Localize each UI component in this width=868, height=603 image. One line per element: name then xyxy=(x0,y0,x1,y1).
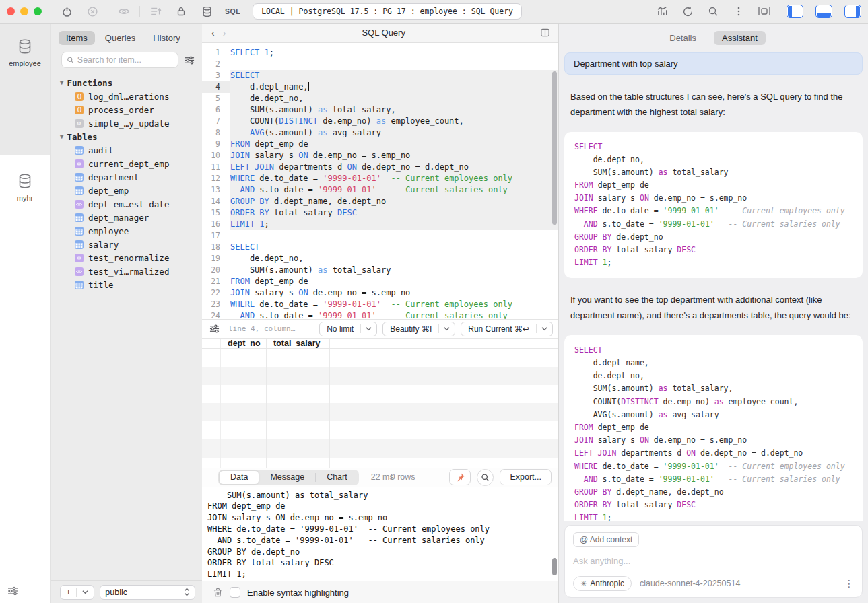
editor-line[interactable]: 7 COUNT(DISTINCT de.emp_no) as employee_… xyxy=(202,116,558,127)
column-header-total-salary[interactable]: total_salary xyxy=(267,339,330,348)
table-row[interactable] xyxy=(202,349,558,367)
column-header-dept-no[interactable]: dept_no xyxy=(221,339,267,348)
nav-back-icon[interactable]: ‹ xyxy=(207,28,219,38)
editor-line[interactable]: 3SELECT xyxy=(202,70,558,81)
editor-line[interactable]: 1SELECT 1; xyxy=(202,47,558,59)
close-window-button[interactable] xyxy=(7,7,15,15)
tab-chart[interactable]: Chart xyxy=(316,470,358,485)
zoom-window-button[interactable] xyxy=(34,7,42,15)
table-row[interactable] xyxy=(202,367,558,385)
editor-line[interactable]: 16LIMIT 1; xyxy=(202,219,558,230)
tree-item-dept-emp[interactable]: dept_emp xyxy=(60,184,202,197)
tab-items[interactable]: Items xyxy=(59,31,95,45)
message-scrollbar[interactable] xyxy=(552,558,557,575)
table-row[interactable] xyxy=(202,403,558,421)
tree-item-log-dml-erations[interactable]: ()log_dml…erations xyxy=(60,90,202,103)
tree-item-audit[interactable]: audit xyxy=(60,143,202,157)
syntax-highlighting-checkbox[interactable] xyxy=(230,587,240,598)
tree-item-salary[interactable]: salary xyxy=(60,238,202,251)
editor-line[interactable]: 2 xyxy=(202,59,558,70)
query-log-icon[interactable] xyxy=(145,3,166,20)
add-context-button[interactable]: @ Add context xyxy=(573,532,639,547)
search-icon[interactable] xyxy=(703,3,723,20)
editor-line[interactable]: 17 xyxy=(202,230,558,242)
editor-line[interactable]: 8 AVG(s.amount) as avg_salary xyxy=(202,127,558,139)
editor-line[interactable]: 20 SUM(s.amount) as total_salary xyxy=(202,264,558,276)
editor-line[interactable]: 15ORDER BY total_salary DESC xyxy=(202,207,558,219)
editor-line[interactable]: 12WHERE de.to_date = '9999-01-01' -- Cur… xyxy=(202,173,558,184)
schema-select[interactable]: public xyxy=(100,585,195,600)
editor-line[interactable]: 11LEFT JOIN departments d ON de.dept_no … xyxy=(202,162,558,173)
toggle-left-panel-button[interactable] xyxy=(787,5,803,18)
tree-item-dept-em-est-date[interactable]: dept_em…est_date xyxy=(60,197,202,211)
editor-line[interactable]: 24 AND s.to_date = '9999-01-01' -- Curre… xyxy=(202,310,558,320)
search-results-icon[interactable] xyxy=(477,469,494,486)
tree-section-tables[interactable]: ▼Tables xyxy=(60,130,202,143)
export-button[interactable]: Export... xyxy=(500,469,552,485)
sidebar-search-field[interactable] xyxy=(61,52,178,68)
tab-details[interactable]: Details xyxy=(661,31,704,45)
tree-item-department[interactable]: department xyxy=(60,170,202,184)
toggle-right-panel-button[interactable] xyxy=(844,5,861,18)
tree-item-title[interactable]: title xyxy=(60,278,202,291)
tab-queries[interactable]: Queries xyxy=(98,31,143,45)
run-current-button[interactable]: Run Current ⌘↩ xyxy=(461,322,553,336)
tree-item-test-vi-rmalized[interactable]: test_vi…rmalized xyxy=(60,264,202,278)
sql-editor[interactable]: 1SELECT 1;23SELECT4 d.dept_name,5 de.dep… xyxy=(202,43,558,320)
provider-select[interactable]: ✳Anthropic xyxy=(573,576,632,591)
tree-item-employee[interactable]: employee xyxy=(60,224,202,238)
tab-history[interactable]: History xyxy=(145,31,187,45)
tree-item-process-order[interactable]: ()process_order xyxy=(60,103,202,116)
disconnect-icon[interactable] xyxy=(82,3,102,20)
tab-message[interactable]: Message xyxy=(259,470,315,485)
table-row[interactable] xyxy=(202,385,558,403)
lock-icon[interactable] xyxy=(171,3,191,20)
editor-line[interactable]: 10JOIN salary s ON de.emp_no = s.emp_no xyxy=(202,150,558,162)
add-item-button[interactable]: + xyxy=(60,585,94,600)
workspace-filter-icon[interactable] xyxy=(7,586,19,596)
pin-result-button[interactable] xyxy=(449,469,471,485)
conversation-title-banner[interactable]: Department with top salary xyxy=(564,52,863,75)
editor-line[interactable]: 18SELECT xyxy=(202,242,558,253)
preview-eye-icon[interactable] xyxy=(114,3,134,20)
database-icon[interactable] xyxy=(197,3,217,20)
connection-employee[interactable]: employee xyxy=(0,24,50,67)
sidebar-filter-icon[interactable] xyxy=(184,55,195,65)
chart-icon[interactable] xyxy=(652,3,672,20)
editor-scrollbar[interactable] xyxy=(552,71,557,225)
tree-item-current-dept-emp[interactable]: current_dept_emp xyxy=(60,157,202,170)
table-row[interactable] xyxy=(202,458,558,467)
limit-button[interactable]: No limit xyxy=(319,322,377,336)
connection-myhr[interactable]: myhr xyxy=(0,155,50,202)
editor-line[interactable]: 6 SUM(s.amount) as total_salary, xyxy=(202,104,558,116)
trash-icon[interactable] xyxy=(213,587,223,598)
tab-data[interactable]: Data xyxy=(219,470,259,485)
ask-input[interactable]: Ask anything... xyxy=(573,556,854,566)
editor-line[interactable]: 9FROM dept_emp de xyxy=(202,139,558,150)
editor-line[interactable]: 4 d.dept_name, xyxy=(202,81,558,93)
editor-line[interactable]: 22JOIN salary s ON de.emp_no = s.emp_no xyxy=(202,287,558,299)
tab-assistant[interactable]: Assistant xyxy=(714,31,766,45)
assistant-composer[interactable]: @ Add context Ask anything... ✳Anthropic… xyxy=(564,525,863,598)
editor-line[interactable]: 14GROUP BY d.dept_name, de.dept_no xyxy=(202,196,558,207)
message-panel[interactable]: SUM(s.amount) as total_salary FROM dept_… xyxy=(202,487,558,581)
minimize-window-button[interactable] xyxy=(20,7,28,15)
editor-line[interactable]: 5 de.dept_no, xyxy=(202,93,558,104)
query-settings-icon[interactable] xyxy=(209,324,220,334)
composer-more-icon[interactable]: ⋮ xyxy=(844,578,854,589)
editor-line[interactable]: 21FROM dept_emp de xyxy=(202,276,558,287)
nav-forward-icon[interactable]: › xyxy=(219,28,230,38)
beautify-button[interactable]: Beautify ⌘I xyxy=(382,322,455,336)
table-row[interactable] xyxy=(202,421,558,439)
center-layout-icon[interactable] xyxy=(754,3,774,20)
editor-line[interactable]: 23WHERE de.to_date = '9999-01-01' -- Cur… xyxy=(202,299,558,310)
editor-line[interactable]: 19 de.dept_no, xyxy=(202,253,558,264)
tree-item-dept-manager[interactable]: dept_manager xyxy=(60,211,202,224)
table-row[interactable] xyxy=(202,439,558,458)
toggle-bottom-panel-button[interactable] xyxy=(815,5,832,18)
tree-item-test-renormalize[interactable]: test_renormalize xyxy=(60,251,202,264)
refresh-icon[interactable] xyxy=(677,3,698,20)
search-input[interactable] xyxy=(77,55,173,65)
tree-item-simple-y-update[interactable]: ⚙simple_…y_update xyxy=(60,116,202,130)
more-options-icon[interactable] xyxy=(729,3,749,20)
